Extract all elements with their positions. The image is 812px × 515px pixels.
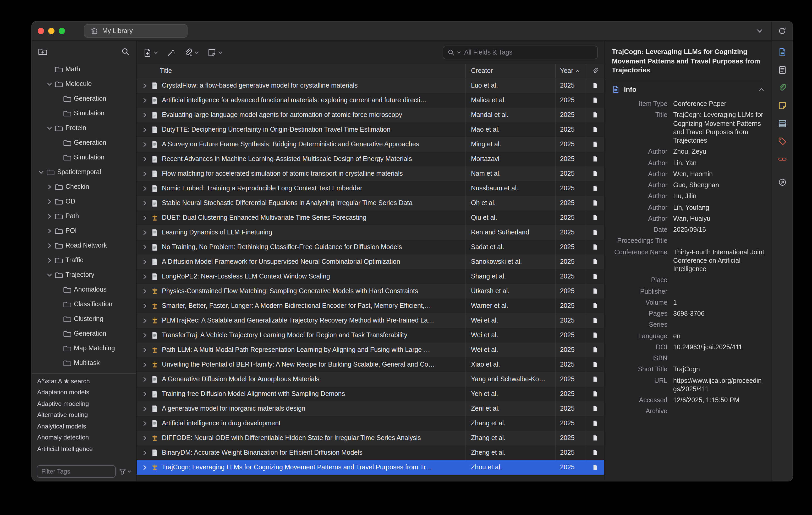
new-item-button[interactable] <box>143 48 158 57</box>
item-row[interactable]: DIFFODE: Neural ODE with Differentiable … <box>137 431 604 445</box>
chevron-right-icon[interactable] <box>47 198 52 204</box>
chevron-down-icon[interactable] <box>47 272 52 278</box>
field-value[interactable]: 1 <box>673 298 764 307</box>
collection-simulation[interactable]: Simulation <box>32 106 136 120</box>
field-value[interactable]: Lin, Youfang <box>673 203 764 212</box>
item-row[interactable]: Physics-Constrained Flow Matching: Sampl… <box>137 284 604 298</box>
collection-search-icon[interactable] <box>121 47 130 56</box>
field-value[interactable] <box>673 354 764 363</box>
item-row[interactable]: A generative model for inorganic materia… <box>137 401 604 416</box>
new-note-button[interactable] <box>207 48 223 57</box>
expand-chevron-icon[interactable] <box>142 200 148 206</box>
notes-pane-button[interactable] <box>776 99 789 112</box>
new-collection-icon[interactable] <box>38 47 47 56</box>
collection-multitask[interactable]: Multitask <box>32 356 136 370</box>
chevron-right-icon[interactable] <box>47 243 52 248</box>
expand-chevron-icon[interactable] <box>142 97 148 103</box>
field-value[interactable]: 2025/09/16 <box>673 225 764 234</box>
minimize-button[interactable] <box>48 28 55 34</box>
field-value[interactable]: 12/6/2025, 1:15:50 PM <box>673 396 764 405</box>
field-value[interactable]: TrajCogn: Leveraging LLMs for Cognizing … <box>673 111 764 145</box>
chevron-right-icon[interactable] <box>47 228 52 234</box>
field-value[interactable]: https://www.ijcai.org/proceedings/2025/4… <box>673 376 764 393</box>
collection-generation[interactable]: Generation <box>32 91 136 106</box>
collection-classification[interactable]: Classification <box>32 297 136 311</box>
expand-chevron-icon[interactable] <box>142 288 148 294</box>
chevron-right-icon[interactable] <box>47 213 52 219</box>
tags-pane-button[interactable] <box>776 135 789 147</box>
chevron-down-icon[interactable] <box>47 81 52 87</box>
item-row[interactable]: Training-free Diffusion Model Alignment … <box>137 386 604 401</box>
expand-chevron-icon[interactable] <box>142 450 148 456</box>
expand-chevron-icon[interactable] <box>142 229 148 235</box>
tag-anomaly-detection[interactable]: Anomaly detection <box>32 432 136 443</box>
expand-chevron-icon[interactable] <box>142 421 148 426</box>
expand-chevron-icon[interactable] <box>142 406 148 411</box>
field-value[interactable]: 3698-3706 <box>673 309 764 318</box>
field-value[interactable]: Conference Paper <box>673 100 764 108</box>
item-row[interactable]: DutyTTE: Deciphering Uncertainty in Orig… <box>137 122 604 137</box>
collection-trajectory[interactable]: Trajectory <box>32 268 136 282</box>
info-section-header[interactable]: Info <box>612 85 764 93</box>
tag-filter-input[interactable] <box>37 465 116 478</box>
column-header-creator[interactable]: Creator <box>466 64 556 78</box>
expand-chevron-icon[interactable] <box>142 112 148 118</box>
expand-chevron-icon[interactable] <box>142 435 148 441</box>
item-row[interactable]: Flow matching for accelerated simulation… <box>137 166 604 181</box>
item-row[interactable]: Artificial intelligence for advanced fun… <box>137 93 604 108</box>
item-row[interactable]: Unveiling the Potential of BERT-family: … <box>137 357 604 372</box>
collection-checkin[interactable]: Checkin <box>32 179 136 194</box>
collection-map-matching[interactable]: Map Matching <box>32 341 136 356</box>
collection-od[interactable]: OD <box>32 194 136 209</box>
sync-icon[interactable] <box>778 27 786 35</box>
collection-path[interactable]: Path <box>32 209 136 223</box>
expand-chevron-icon[interactable] <box>142 185 148 191</box>
field-value[interactable]: Zhou, Zeyu <box>673 147 764 156</box>
tag-alternative-routing[interactable]: Alternative routing <box>32 409 136 421</box>
field-value[interactable]: Hu, Jilin <box>673 192 764 201</box>
search-input[interactable] <box>463 48 593 57</box>
field-value[interactable]: Thirty-Fourth International Joint Confer… <box>673 248 764 273</box>
tag-filter-options[interactable] <box>119 468 132 475</box>
expand-chevron-icon[interactable] <box>142 332 148 338</box>
collection-math[interactable]: Math <box>32 62 136 77</box>
collection-poi[interactable]: POI <box>32 223 136 238</box>
item-row[interactable]: Artificial intelligence in drug developm… <box>137 416 604 431</box>
item-row-selected[interactable]: TrajCogn: Leveraging LLMs for Cognizing … <box>137 460 604 475</box>
tag-a-star-a-search[interactable]: A^\star A ★ search <box>32 376 136 387</box>
field-value[interactable]: Wan, Huaiyu <box>673 215 764 223</box>
field-value[interactable] <box>673 407 764 416</box>
item-row[interactable]: No Training, No Problem: Rethinking Clas… <box>137 240 604 254</box>
collection-traffic[interactable]: Traffic <box>32 253 136 268</box>
expand-chevron-icon[interactable] <box>142 156 148 162</box>
field-value[interactable]: 10.24963/ijcai.2025/411 <box>673 343 764 352</box>
expand-chevron-icon[interactable] <box>142 244 148 250</box>
item-row[interactable]: Nomic Embed: Training a Reproducible Lon… <box>137 181 604 196</box>
expand-chevron-icon[interactable] <box>142 141 148 147</box>
item-row[interactable]: BinaryDM: Accurate Weight Binarization f… <box>137 445 604 460</box>
tag-analytical-models[interactable]: Analytical models <box>32 421 136 432</box>
field-value[interactable]: Guo, Shengnan <box>673 181 764 190</box>
column-header-attachment[interactable] <box>586 64 604 78</box>
expand-chevron-icon[interactable] <box>142 259 148 265</box>
item-row[interactable]: Evaluating large language model agents f… <box>137 108 604 122</box>
collection-simulation[interactable]: Simulation <box>32 150 136 165</box>
field-value[interactable]: Wen, Haomin <box>673 170 764 179</box>
abstract-pane-button[interactable] <box>776 63 789 76</box>
libraries-collections-pane-button[interactable] <box>776 117 789 130</box>
expand-chevron-icon[interactable] <box>142 361 148 368</box>
new-attachment-button[interactable] <box>184 48 199 57</box>
collection-protein[interactable]: Protein <box>32 120 136 135</box>
field-value[interactable] <box>673 237 764 245</box>
expand-chevron-icon[interactable] <box>142 318 148 323</box>
item-row[interactable]: Smarter, Better, Faster, Longer: A Moder… <box>137 298 604 313</box>
tag-adaptive-modeling[interactable]: Adaptive modeling <box>32 398 136 409</box>
item-row[interactable]: Recent Advances in Machine Learning-Assi… <box>137 152 604 166</box>
chevron-right-icon[interactable] <box>47 257 52 263</box>
expand-chevron-icon[interactable] <box>142 391 148 397</box>
chevron-right-icon[interactable] <box>47 184 52 190</box>
collection-molecule[interactable]: Molecule <box>32 77 136 91</box>
expand-chevron-icon[interactable] <box>142 171 148 177</box>
expand-chevron-icon[interactable] <box>142 127 148 132</box>
item-row[interactable]: Learning Dynamics of LLM FinetuningRen a… <box>137 225 604 240</box>
